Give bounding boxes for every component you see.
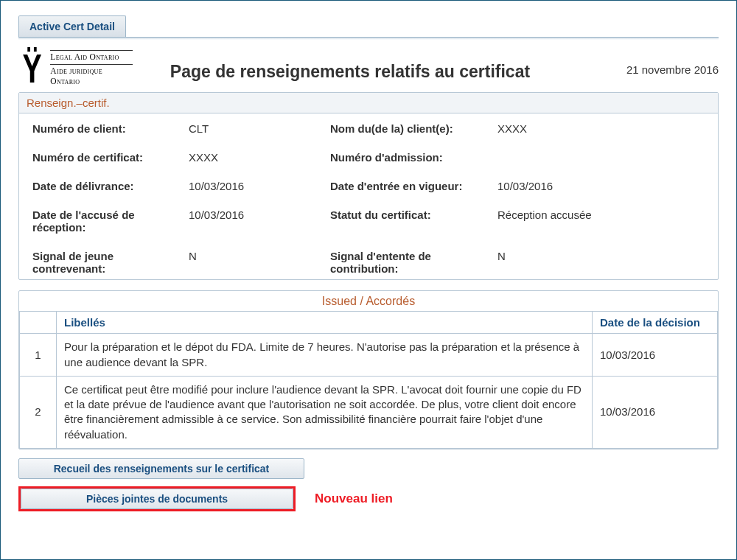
table-row: 2 Ce certificat peut être modifié pour i… <box>20 376 718 448</box>
effective-date-label: Date d'entrée en vigueur: <box>330 180 489 192</box>
status-label: Statut du certificat: <box>330 209 489 234</box>
effective-date-value: 10/03/2016 <box>497 180 705 192</box>
row-date: 10/03/2016 <box>593 334 718 377</box>
logo: Ÿ Legal Aid Ontario Aide juridique Ontar… <box>18 50 133 86</box>
page-date: 21 novembre 2016 <box>626 50 719 76</box>
attachments-button[interactable]: Pièces jointes de documents <box>21 489 293 509</box>
tab-active-cert-detail[interactable]: Active Cert Detail <box>18 15 126 37</box>
col-blank <box>20 312 57 334</box>
new-link-highlight: Pièces jointes de documents <box>18 486 296 511</box>
row-text: Ce certificat peut être modifié pour inc… <box>57 376 593 448</box>
client-name-label: Nom du(de la) client(e): <box>330 122 489 135</box>
table-row: 1 Pour la préparation et le dépot du FDA… <box>20 334 718 377</box>
client-no-label: Numéro de client: <box>32 122 180 135</box>
admission-no-value <box>497 151 705 164</box>
compendium-button[interactable]: Recueil des renseignements sur le certif… <box>18 458 304 479</box>
logo-text-bottom: Aide juridique Ontario <box>50 64 133 87</box>
issue-date-value: 10/03/2016 <box>189 180 321 192</box>
ack-date-value: 10/03/2016 <box>189 209 321 234</box>
issued-table: Libellés Date de la décision 1 Pour la p… <box>19 311 718 449</box>
youth-flag-label: Signal de jeune contrevenant: <box>32 250 180 275</box>
issued-table-wrap: Issued / Accordés Libellés Date de la dé… <box>18 290 719 449</box>
row-index: 1 <box>20 334 57 377</box>
issue-date-label: Date de délivrance: <box>32 180 180 192</box>
new-link-callout: Nouveau lien <box>315 491 393 506</box>
cert-no-value: XXXX <box>189 151 321 164</box>
issued-table-title: Issued / Accordés <box>19 291 718 311</box>
page-title: Page de renseignements relatifs au certi… <box>133 50 626 82</box>
contrib-flag-value: N <box>497 250 705 275</box>
cert-no-label: Numéro de certificat: <box>32 151 180 164</box>
logo-glyph-icon: Ÿ <box>23 56 42 81</box>
row-date: 10/03/2016 <box>593 376 718 448</box>
client-name-value: XXXX <box>497 122 705 135</box>
client-no-value: CLT <box>189 122 321 135</box>
tab-underline <box>18 37 719 40</box>
row-index: 2 <box>20 376 57 448</box>
youth-flag-value: N <box>189 250 321 275</box>
col-date: Date de la décision <box>593 312 718 334</box>
cert-info-panel: Renseign.–certif. Numéro de client: CLT … <box>18 92 719 280</box>
panel-header: Renseign.–certif. <box>19 93 718 113</box>
contrib-flag-label: Signal d'entente de contribution: <box>330 250 489 275</box>
status-value: Réception accusée <box>497 209 705 234</box>
col-label: Libellés <box>57 312 593 334</box>
ack-date-label: Date de l'accusé de réception: <box>32 209 180 234</box>
admission-no-label: Numéro d'admission: <box>330 151 489 164</box>
row-text: Pour la préparation et le dépot du FDA. … <box>57 334 593 377</box>
logo-text-top: Legal Aid Ontario <box>50 52 133 63</box>
